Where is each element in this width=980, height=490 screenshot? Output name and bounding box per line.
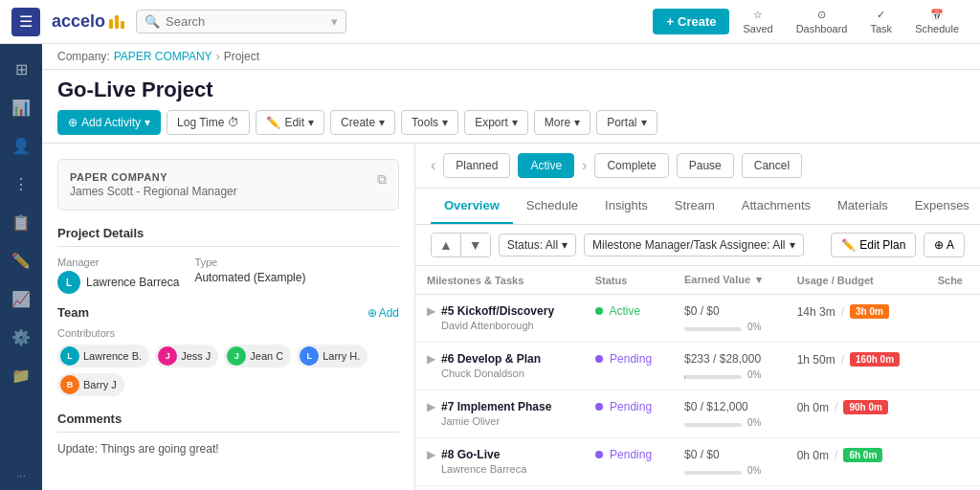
logo-bar-3 [121,21,124,29]
add-milestone-button[interactable]: ⊕ A [924,233,965,257]
search-box[interactable]: 🔍 ▾ [136,10,346,33]
task-nav-item[interactable]: ✓ Task [861,5,902,38]
expand-icon[interactable]: ▶ [427,304,435,318]
sidebar: ⊞ 📊 👤 ⋮ 📋 ✏️ 📈 ⚙️ 📁 ··· [0,44,42,490]
project-details-title: Project Details [57,226,399,247]
earned-value: $0 / $0 [684,448,774,461]
usage-cell: 0h 0m / 6h 0m [786,438,926,486]
add-activity-button[interactable]: ⊕ Add Activity ▾ [57,110,161,135]
search-input[interactable] [166,14,325,29]
sort-icon: ▾ [756,274,762,285]
type-value: Automated (Example) [194,271,305,284]
main-content: Company: PAPER COMPANY › Project Go-Live… [42,44,980,490]
pencil-icon: ✏️ [841,238,856,252]
sidebar-item-reports[interactable]: 📊 [4,90,38,124]
create-dropdown-button[interactable]: Create ▾ [330,110,395,135]
usage-tag: 6h 0m [843,448,882,462]
status-bar: ‹ Planned Active › Complete Pause Cancel [415,144,980,189]
milestone-name: #7 Implement Phase [441,400,551,413]
col-milestones: Milestones & Tasks [415,266,584,295]
search-dropdown-icon: ▾ [331,14,338,29]
breadcrumb-sep: › [216,50,220,63]
sidebar-item-edit[interactable]: ✏️ [4,243,38,278]
status-cell: Active [584,295,673,343]
log-time-button[interactable]: Log Time ⏱ [167,110,250,135]
sidebar-item-home[interactable]: ⊞ [4,52,38,86]
edit-plan-button[interactable]: ✏️ Edit Plan [831,233,916,257]
sidebar-item-contacts[interactable]: 👤 [4,128,38,163]
sort-up-button[interactable]: ▲ [432,234,461,256]
milestone-name: #8 Go-Live [441,448,526,461]
status-planned-button[interactable]: Planned [443,153,510,178]
status-dot [595,307,603,315]
tab-schedule[interactable]: Schedule [513,189,591,224]
portal-button[interactable]: Portal ▾ [596,110,657,135]
earned-value: $233 / $28,000 [684,352,774,366]
export-button[interactable]: Export ▾ [464,110,528,135]
usage-tag: 90h 0m [843,400,887,414]
expand-icon[interactable]: ▶ [427,352,435,366]
breadcrumb-company-link[interactable]: PAPER COMPANY [114,50,212,63]
sidebar-item-analytics[interactable]: 📈 [4,281,38,316]
sidebar-item-files[interactable]: 📁 [4,358,38,392]
app-logo: accelo [52,11,124,32]
status-active-button[interactable]: Active [518,153,574,178]
status-prev-button[interactable]: ‹ [431,157,435,174]
tools-button[interactable]: Tools ▾ [401,110,458,135]
company-contact: James Scott - Regional Manager [70,185,237,198]
status-pause-button[interactable]: Pause [677,153,734,178]
status-cancel-button[interactable]: Cancel [742,153,802,178]
tab-expenses[interactable]: Expenses [902,189,980,224]
usage-time: 14h 3m [797,305,835,319]
expand-icon[interactable]: ▶ [427,448,435,461]
status-complete-button[interactable]: Complete [594,153,668,178]
sidebar-dots: ··· [16,469,26,482]
table-area: Milestones & Tasks Status Earned Value ▾… [415,266,980,490]
more-button[interactable]: More ▾ [534,110,590,135]
sidebar-item-tasks[interactable]: 📋 [4,205,38,239]
logo-text: accelo [52,11,105,32]
top-nav: ☰ accelo 🔍 ▾ + Create ☆ Saved ⊙ Dashboar… [0,0,980,44]
schedule-nav-item[interactable]: 📅 Schedule [905,5,969,38]
sort-down-button[interactable]: ▼ [461,234,490,256]
tab-materials[interactable]: Materials [824,189,902,224]
milestone-filter-label: Milestone Manager/Task Assignee: All [592,238,785,252]
tab-stream[interactable]: Stream [661,189,728,224]
portal-chevron: ▾ [641,116,647,129]
status-dot [595,451,603,458]
toolbar: ⊕ Add Activity ▾ Log Time ⏱ ✏️ Edit ▾ Cr… [57,110,965,143]
avatar: B [60,375,79,394]
col-schedule: Sche [926,266,980,295]
edit-icon: ✏️ [266,116,280,129]
team-header: Team ⊕ Add [57,305,399,320]
list-item: J Jess J [155,345,218,368]
create-button[interactable]: + Create [653,9,729,34]
edit-button[interactable]: ✏️ Edit ▾ [256,110,324,135]
milestone-assignee: Lawrence Barreca [441,463,526,475]
copy-icon[interactable]: ⧉ [377,171,387,188]
progress-bar [684,375,742,379]
page-title: Go-Live Project [57,78,965,102]
dashboard-nav-item[interactable]: ⊙ Dashboard [787,5,858,38]
project-details-fields: Manager L Lawrence Barreca Type Automate… [57,256,399,294]
usage-cell: 14h 3m / 3h 0m [786,295,926,343]
list-item: J Jean C [224,345,291,368]
tab-attachments[interactable]: Attachments [728,189,824,224]
sidebar-item-filter[interactable]: ⋮ [4,167,38,201]
milestone-filter[interactable]: Milestone Manager/Task Assignee: All ▾ [584,234,803,256]
status-filter-chevron: ▾ [562,238,568,252]
status-filter[interactable]: Status: All ▾ [499,234,576,256]
hamburger-button[interactable]: ☰ [11,8,40,36]
sidebar-item-settings[interactable]: ⚙️ [4,320,38,354]
col-earned-value[interactable]: Earned Value ▾ [673,266,786,295]
table-row: ▶ #5 Kickoff/Discovery David Attenboroug… [415,295,980,343]
progress-percent: 0% [747,417,761,428]
tab-overview[interactable]: Overview [431,189,513,224]
saved-nav-item[interactable]: ☆ Saved [733,5,782,38]
schedule-icon: 📅 [930,9,944,21]
status-next-button[interactable]: › [582,157,587,174]
tab-insights[interactable]: Insights [591,189,661,224]
add-team-member-button[interactable]: ⊕ Add [368,306,399,320]
expand-icon[interactable]: ▶ [427,400,435,413]
earned-value: $0 / $0 [684,304,774,318]
